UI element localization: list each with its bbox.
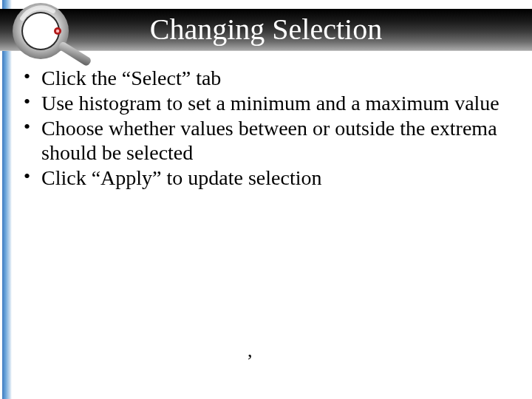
stray-comma: ,	[248, 340, 253, 362]
list-item: Click “Apply” to update selection	[21, 166, 525, 190]
svg-rect-5	[58, 41, 92, 67]
bullet-text: Click “Apply” to update selection	[41, 166, 321, 189]
svg-point-4	[56, 30, 59, 33]
bullet-text: Choose whether values between or outside…	[41, 117, 497, 163]
svg-point-2	[23, 13, 58, 49]
magnifier-q-logo-icon	[0, 0, 96, 70]
bullet-text: Use histogram to set a minimum and a max…	[41, 92, 499, 115]
bullet-text: Click the “Select” tab	[41, 66, 221, 89]
slide: Changing Selection Click the	[0, 0, 532, 399]
bullet-list: Click the “Select” tab Use histogram to …	[21, 66, 525, 191]
list-item: Click the “Select” tab	[21, 66, 525, 90]
list-item: Use histogram to set a minimum and a max…	[21, 92, 525, 115]
list-item: Choose whether values between or outside…	[21, 117, 525, 164]
